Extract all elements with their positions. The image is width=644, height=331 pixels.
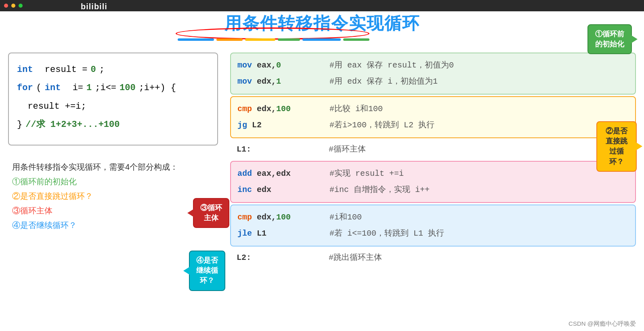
asm-jg-code: jg L2 <box>237 119 326 132</box>
bubble-skip: ②是否直接跳过循环？ <box>596 121 637 172</box>
bubble-skip-text: ②是否直接跳过循环？ <box>606 127 627 166</box>
asm-continue-section: cmp edx,100 #i和100 jle L1 #若 i<=100，转跳到 … <box>230 205 636 247</box>
close-dot[interactable] <box>4 4 8 8</box>
asm-mov-eax-code: mov eax,0 <box>237 59 326 72</box>
code-for-open: ( <box>36 80 42 95</box>
code-line-4: } //求 1+2+3+...+100 <box>17 116 209 134</box>
asm-body-section: add eax,edx #实现 result +=i inc edx #inc … <box>230 161 636 203</box>
code-line-3: result +=i; <box>17 97 209 116</box>
desc-item-2: ②是否直接跳过循环？ <box>12 189 210 203</box>
asm-cmp1-comment: #比较 i和100 <box>329 103 383 116</box>
asm-line-jg: jg L2 #若i>100，转跳到 L2 执行 <box>237 117 629 133</box>
asm-add-code: add eax,edx <box>237 167 326 180</box>
color-seg-6 <box>343 38 369 41</box>
asm-line-l1: L1: #循环主体 <box>237 141 629 158</box>
asm-skip-section: cmp edx,100 #比较 i和100 jg L2 #若i>100，转跳到 … <box>230 96 636 138</box>
asm-l2-code: L2: <box>237 251 325 264</box>
asm-line-cmp2: cmp edx,100 #i和100 <box>237 209 629 226</box>
color-seg-3 <box>245 38 275 41</box>
left-code-box: int result = 0; for(int i=1;i<=100;i++) … <box>8 53 218 145</box>
desc-item-3: ③循环主体 <box>12 203 210 218</box>
maximize-dot[interactable] <box>19 4 23 8</box>
code-for-sep: ;i<= <box>95 80 116 95</box>
code-brace: } <box>17 117 22 132</box>
kw-int2: int <box>45 80 61 95</box>
color-seg-1 <box>178 38 214 41</box>
right-asm-area: mov eax,0 #用 eax 保存 result，初值为0 mov edx,… <box>230 53 636 319</box>
slide: bilibili 用条件转移指令实现循环 int result = 0; for… <box>0 0 644 331</box>
asm-line-jle: jle L1 #若 i<=100，转跳到 L1 执行 <box>237 226 629 242</box>
code-for-cond: i= <box>73 80 83 95</box>
code-for-end: ;i++) { <box>139 80 176 95</box>
asm-jle-comment: #若 i<=100，转跳到 L1 执行 <box>329 227 444 240</box>
asm-inc-comment: #inc 自增指令，实现 i++ <box>329 183 430 196</box>
bubble-continue-text: ④是否继续循环？ <box>196 256 218 285</box>
asm-l2-section: L2: #跳出循环主体 <box>230 248 636 268</box>
bubble-skip-arrow <box>636 142 642 150</box>
bubble-continue-arrow <box>183 267 190 275</box>
asm-line-inc: inc edx #inc 自增指令，实现 i++ <box>237 182 629 198</box>
minimize-dot[interactable] <box>11 4 15 8</box>
asm-l1-code: L1: <box>237 143 325 156</box>
asm-jle-code: jle L1 <box>237 227 326 240</box>
color-seg-5 <box>302 38 341 41</box>
asm-line-add: add eax,edx #实现 result +=i <box>237 166 629 182</box>
code-result-decl: result = <box>45 62 88 77</box>
asm-line-l2: L2: #跳出循环主体 <box>237 250 629 266</box>
asm-line-mov-eax: mov eax,0 #用 eax 保存 result，初值为0 <box>237 57 629 74</box>
footer: CSDN @网瘾中心呼唤爱 <box>568 320 636 328</box>
asm-mov-eax-comment: #用 eax 保存 result，初值为0 <box>329 59 454 72</box>
asm-init-section: mov eax,0 #用 eax 保存 result，初值为0 mov edx,… <box>230 53 636 95</box>
code-zero: 0 <box>90 62 96 77</box>
bilibili-logo: bilibili <box>81 2 107 11</box>
asm-cmp2-code: cmp edx,100 <box>237 211 326 224</box>
bubble-init-text: ①循环前的初始化 <box>595 30 624 48</box>
bubble-body-text: ③循环主体 <box>200 204 222 222</box>
code-comment: //求 1+2+3+...+100 <box>25 117 120 132</box>
bubble-continue: ④是否继续循环？ <box>189 251 225 291</box>
asm-mov-edx-comment: #用 edx 保存 i，初始值为1 <box>329 75 438 88</box>
code-hundred: 100 <box>120 80 136 95</box>
code-line-2: for(int i=1;i<=100;i++) { <box>17 79 209 97</box>
bubble-body: ③循环主体 <box>193 198 229 228</box>
asm-l1-comment: #循环主体 <box>329 143 366 156</box>
code-result-inc: result +=i; <box>17 99 86 114</box>
asm-mov-edx-code: mov edx,1 <box>237 75 326 88</box>
asm-l1-section: L1: #循环主体 <box>230 140 636 159</box>
slide-title: 用条件转移指令实现循环 <box>0 12 644 35</box>
code-semi-1: ; <box>99 62 105 77</box>
asm-add-comment: #实现 result +=i <box>329 167 404 180</box>
code-one: 1 <box>86 80 92 95</box>
asm-inc-code: inc edx <box>237 183 326 196</box>
asm-l2-comment: #跳出循环主体 <box>329 251 382 264</box>
kw-for: for <box>17 80 33 95</box>
asm-jg-comment: #若i>100，转跳到 L2 执行 <box>329 119 434 132</box>
desc-item-4: ④是否继续循环？ <box>12 218 210 232</box>
color-seg-2 <box>216 38 243 41</box>
code-line-1: int result = 0; <box>17 61 209 79</box>
asm-line-mov-edx: mov edx,1 #用 edx 保存 i，初始值为1 <box>237 74 629 90</box>
top-bar: bilibili <box>0 0 644 11</box>
color-bar <box>178 38 369 41</box>
asm-cmp1-code: cmp edx,100 <box>237 103 326 116</box>
left-desc: 用条件转移指令实现循环，需要4个部分构成： ①循环前的初始化 ②是否直接跳过循环… <box>12 160 210 232</box>
desc-intro: 用条件转移指令实现循环，需要4个部分构成： <box>12 160 210 174</box>
asm-line-cmp1: cmp edx,100 #比较 i和100 <box>237 101 629 117</box>
asm-cmp2-comment: #i和100 <box>329 211 362 224</box>
bubble-body-arrow <box>187 209 194 217</box>
color-seg-4 <box>278 38 300 41</box>
bubble-init-arrow <box>631 35 638 43</box>
bubble-init: ①循环前的初始化 <box>587 24 632 54</box>
kw-int: int <box>17 62 33 77</box>
desc-item-1: ①循环前的初始化 <box>12 174 210 189</box>
